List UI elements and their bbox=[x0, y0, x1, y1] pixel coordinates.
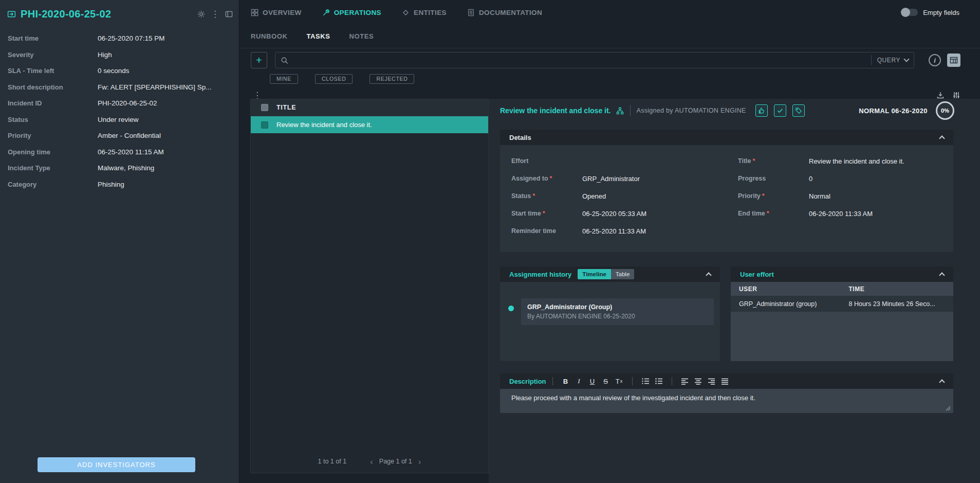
bold-button[interactable]: B bbox=[559, 375, 572, 387]
field-value[interactable]: Opened bbox=[582, 192, 606, 200]
hierarchy-icon[interactable] bbox=[616, 107, 624, 115]
field-label: Title bbox=[738, 157, 751, 165]
field-value[interactable]: Review the incident and close it. bbox=[809, 157, 904, 165]
tag-task-button[interactable] bbox=[792, 104, 805, 117]
field-value: Fw: ALERT [SPEARPHISHING] Sp... bbox=[98, 83, 212, 91]
align-right-button[interactable] bbox=[705, 375, 718, 387]
task-row-selected[interactable]: Review the incident and close it. bbox=[251, 116, 488, 133]
empty-fields-toggle[interactable] bbox=[902, 9, 918, 16]
task-filter-chips: MINE CLOSED REJECTED bbox=[270, 74, 980, 84]
field-value[interactable]: Normal bbox=[809, 192, 830, 200]
justify-button[interactable] bbox=[718, 375, 732, 387]
sidebar-kebab-menu-icon[interactable]: ⋮ bbox=[211, 10, 219, 19]
previous-page-icon[interactable]: ‹ bbox=[370, 457, 373, 466]
add-task-button[interactable]: + bbox=[251, 52, 267, 68]
collapse-user-effort-icon[interactable] bbox=[939, 270, 945, 278]
table-view-button[interactable] bbox=[947, 53, 960, 67]
required-star: * bbox=[767, 210, 769, 217]
strikethrough-button[interactable]: S bbox=[599, 375, 613, 387]
field-label: Incident Type bbox=[8, 164, 98, 172]
next-page-icon[interactable]: › bbox=[418, 457, 421, 466]
timeline-view-button[interactable]: Timeline bbox=[578, 269, 611, 279]
tab-documentation[interactable]: DOCUMENTATION bbox=[467, 9, 542, 16]
chip-closed[interactable]: CLOSED bbox=[315, 74, 353, 84]
column-settings-icon[interactable] bbox=[952, 91, 960, 99]
select-all-checkbox[interactable] bbox=[261, 104, 268, 111]
user-effort-card: User effort USER TIME GRP_Administrator … bbox=[731, 266, 953, 361]
field-label: End time bbox=[738, 210, 765, 217]
approve-task-button[interactable] bbox=[755, 104, 768, 117]
ordered-list-button[interactable] bbox=[639, 375, 652, 387]
info-button[interactable]: i bbox=[929, 54, 941, 66]
field-row-sla: SLA - Time left0 seconds bbox=[0, 63, 239, 79]
resize-handle-icon[interactable] bbox=[946, 406, 951, 411]
subtab-runbook[interactable]: RUNBOOK bbox=[251, 32, 287, 40]
field-value[interactable]: 06-26-2020 11:33 AM bbox=[809, 210, 873, 218]
field-value[interactable]: 06-25-2020 05:33 AM bbox=[582, 210, 646, 218]
assignment-history-title: Assignment history bbox=[509, 271, 571, 278]
task-row-checkbox[interactable] bbox=[261, 121, 268, 129]
collapse-description-icon[interactable] bbox=[939, 377, 945, 385]
operations-subtabs: RUNBOOK TASKS NOTES bbox=[240, 25, 980, 48]
description-header: Description B I U S Tx bbox=[500, 373, 953, 389]
field-value[interactable]: GRP_Administrator bbox=[582, 175, 640, 183]
gear-icon[interactable] bbox=[197, 10, 205, 18]
field-value[interactable]: 06-25-2020 11:33 AM bbox=[582, 227, 646, 235]
details-fields: Effort Assigned to*GRP_Administrator Sta… bbox=[500, 145, 953, 252]
align-center-button[interactable] bbox=[692, 375, 705, 387]
field-row-priority: PriorityAmber - Confidential bbox=[0, 128, 239, 144]
timeline-dot-icon bbox=[508, 306, 514, 311]
tab-operations[interactable]: OPERATIONS bbox=[322, 9, 381, 16]
user-effort-row[interactable]: GRP_Administrator (group) 8 Hours 23 Min… bbox=[731, 296, 953, 312]
required-star: * bbox=[762, 192, 765, 200]
divider bbox=[630, 105, 631, 116]
user-effort-empty-area bbox=[731, 312, 953, 361]
clear-formatting-button[interactable]: Tx bbox=[613, 375, 626, 387]
page-text: Page 1 of 1 bbox=[379, 458, 412, 465]
underline-button[interactable]: U bbox=[586, 375, 599, 387]
timeline-entry[interactable]: GRP_Administrator (Group) By AUTOMATION … bbox=[521, 298, 714, 325]
align-left-button[interactable] bbox=[678, 375, 692, 387]
divider bbox=[871, 55, 872, 65]
details-card-header: Details bbox=[500, 130, 953, 145]
description-editor[interactable]: Please proceed with a manual review of t… bbox=[500, 389, 953, 413]
add-investigators-button[interactable]: ADD INVESTIGATORS bbox=[38, 457, 195, 472]
field-value: Under review bbox=[98, 116, 139, 123]
search-input[interactable] bbox=[293, 57, 865, 64]
export-icon[interactable] bbox=[936, 91, 945, 99]
field-value: 0 seconds bbox=[98, 67, 130, 75]
complete-task-button[interactable] bbox=[774, 104, 786, 117]
collapse-sidebar-icon[interactable] bbox=[225, 10, 233, 18]
bullet-list-button[interactable] bbox=[652, 375, 665, 387]
italic-button[interactable]: I bbox=[572, 375, 586, 387]
chip-mine[interactable]: MINE bbox=[270, 74, 298, 84]
description-text: Please proceed with a manual review of t… bbox=[511, 394, 755, 402]
tab-entities[interactable]: ENTITIES bbox=[402, 9, 447, 16]
user-column-header: USER bbox=[731, 285, 848, 293]
table-view-toggle-button[interactable]: Table bbox=[611, 269, 635, 279]
task-list-pagination: 1 to 1 of 1 ‹ Page 1 of 1 › bbox=[251, 450, 488, 473]
tab-overview[interactable]: OVERVIEW bbox=[251, 9, 302, 16]
chip-rejected[interactable]: REJECTED bbox=[369, 74, 414, 84]
field-row-category: CategoryPhishing bbox=[0, 176, 239, 193]
task-detail-panel: Review the incident and close it. Assign… bbox=[489, 99, 980, 483]
assigned-by-text: Assigned by AUTOMATION ENGINE bbox=[637, 107, 746, 114]
assignment-history-card: Assignment history Timeline Table GRP_Ad… bbox=[500, 266, 720, 361]
list-kebab-menu-icon[interactable]: ⋮ bbox=[253, 91, 262, 100]
chevron-down-icon bbox=[903, 56, 909, 62]
field-value[interactable]: 0 bbox=[809, 175, 812, 183]
collapse-history-icon[interactable] bbox=[706, 270, 712, 278]
field-value: High bbox=[98, 51, 112, 59]
field-label: Start time bbox=[8, 34, 98, 42]
subtab-tasks[interactable]: TASKS bbox=[306, 32, 330, 40]
subtab-notes[interactable]: NOTES bbox=[349, 32, 374, 40]
incident-workspace: PHI-2020-06-25-02 ⋮ Start time06-25-2020… bbox=[0, 0, 980, 483]
collapse-details-icon[interactable] bbox=[939, 133, 945, 141]
field-value: Amber - Confidential bbox=[98, 132, 161, 139]
timeline-entry-title: GRP_Administrator (Group) bbox=[527, 303, 708, 311]
field-row-start-time: Start time06-25-2020 07:15 PM bbox=[0, 30, 239, 47]
search-icon bbox=[281, 57, 288, 64]
query-dropdown[interactable]: QUERY bbox=[877, 57, 909, 64]
incident-id-title: PHI-2020-06-25-02 bbox=[21, 8, 197, 20]
field-value: Malware, Phishing bbox=[98, 164, 154, 172]
